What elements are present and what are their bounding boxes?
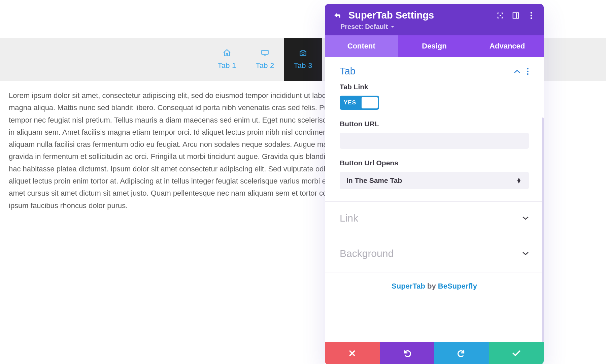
layout-icon[interactable] — [511, 11, 520, 20]
section-link-title: Link — [340, 212, 358, 224]
preview-tab-3[interactable]: Tab 3 — [284, 38, 322, 81]
check-icon — [512, 350, 521, 357]
preset-label: Preset: Default — [340, 23, 388, 31]
preview-tab-label: Tab 3 — [294, 61, 312, 70]
credit-by: by — [425, 282, 438, 290]
svg-point-1 — [302, 52, 304, 55]
section-tab[interactable]: Tab — [325, 57, 544, 83]
svg-point-11 — [527, 70, 529, 72]
section-background[interactable]: Background — [325, 237, 544, 270]
field-button-url: Button URL — [325, 120, 544, 159]
preview-tab-2[interactable]: Tab 2 — [246, 38, 284, 81]
focus-icon[interactable] — [496, 11, 505, 20]
cancel-button[interactable] — [325, 342, 380, 364]
svg-point-12 — [527, 73, 529, 75]
settings-panel: SuperTab Settings Preset: Default Conten… — [325, 4, 544, 364]
section-tab-title: Tab — [340, 66, 356, 77]
svg-rect-0 — [262, 50, 268, 54]
redo-button[interactable] — [434, 342, 489, 364]
preview-tab-label: Tab 1 — [218, 61, 236, 70]
undo-icon — [403, 349, 411, 357]
svg-point-8 — [531, 14, 532, 16]
toggle-yes-label: YES — [340, 99, 360, 106]
back-icon[interactable] — [333, 11, 342, 20]
svg-point-10 — [527, 68, 529, 69]
chevron-down-icon — [391, 25, 395, 29]
undo-button[interactable] — [380, 342, 435, 364]
panel-header: SuperTab Settings Preset: Default Conten… — [325, 4, 544, 57]
credit-author-link[interactable]: BeSuperfly — [438, 282, 477, 290]
field-label: Tab Link — [340, 83, 529, 91]
field-opens: Button Url Opens In The Same Tab ▲▼ — [325, 159, 544, 199]
svg-point-5 — [500, 14, 501, 16]
close-icon — [348, 350, 356, 357]
save-button[interactable] — [489, 342, 544, 364]
svg-rect-6 — [513, 12, 519, 18]
field-label: Button URL — [340, 120, 529, 128]
kebab-icon[interactable] — [527, 68, 529, 75]
credit-line: SuperTab by BeSuperfly — [325, 272, 544, 304]
select-sort-icon: ▲▼ — [516, 178, 521, 183]
field-label: Button Url Opens — [340, 159, 529, 167]
section-background-title: Background — [340, 248, 394, 259]
preview-tab-1[interactable]: Tab 1 — [208, 38, 246, 81]
toggle-knob — [362, 97, 378, 108]
opens-select-value: In The Same Tab — [346, 176, 402, 185]
panel-tabs: Content Design Advanced — [325, 35, 544, 57]
field-tab-link: Tab Link YES — [325, 83, 544, 120]
section-link[interactable]: Link — [325, 202, 544, 235]
chevron-down-icon — [522, 216, 529, 221]
button-url-input[interactable] — [340, 133, 529, 149]
kebab-icon[interactable] — [527, 11, 536, 20]
preset-selector[interactable]: Preset: Default — [325, 23, 544, 35]
tab-link-toggle[interactable]: YES — [340, 96, 379, 110]
panel-footer — [325, 342, 544, 364]
chevron-down-icon — [522, 251, 529, 256]
svg-point-9 — [531, 17, 532, 19]
panel-tab-advanced[interactable]: Advanced — [471, 35, 544, 57]
chevron-up-icon — [514, 69, 520, 74]
preview-tab-label: Tab 2 — [256, 61, 274, 70]
panel-tab-design[interactable]: Design — [398, 35, 471, 57]
desktop-icon — [261, 48, 269, 57]
opens-select[interactable]: In The Same Tab — [340, 172, 529, 189]
home-icon — [223, 48, 231, 57]
panel-body: Tab Tab Link YES Button URL Button Url O… — [325, 57, 544, 342]
redo-icon — [457, 349, 466, 357]
credit-product-link[interactable]: SuperTab — [392, 282, 425, 290]
panel-title: SuperTab Settings — [348, 10, 489, 21]
svg-point-7 — [531, 12, 532, 13]
camera-icon — [298, 48, 308, 57]
panel-tab-content[interactable]: Content — [325, 35, 398, 57]
